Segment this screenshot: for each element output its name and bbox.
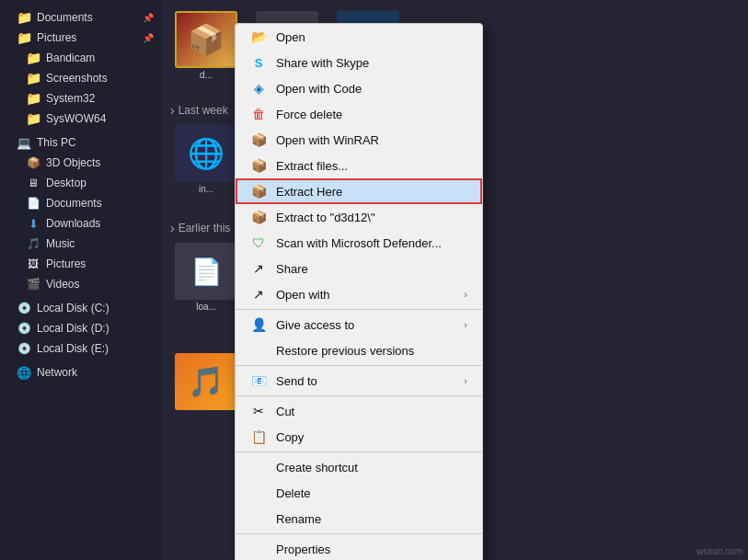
sidebar-item-label: Documents [37,11,93,24]
sidebar-item-videos[interactable]: 🎬 Videos [0,274,161,294]
sidebar-item-downloads[interactable]: ⬇ Downloads [0,213,161,234]
shortcut-icon: · [250,459,267,475]
sidebar-item-label: SysWOW64 [46,112,106,125]
ctx-send-to[interactable]: 📧 Send to › [236,368,482,394]
pictures-icon: 🖼 [26,257,40,271]
videos-icon: 🎬 [26,277,40,291]
ctx-delete[interactable]: · Delete [236,480,482,506]
sidebar-item-label: Screenshots [46,72,108,85]
sidebar-item-label: Local Disk (E:) [37,342,109,355]
sidebar-item-music[interactable]: 🎵 Music [0,234,161,254]
folder-icon: 📁 [26,91,40,106]
ctx-share[interactable]: ↗ Share [236,256,482,281]
ctx-give-access[interactable]: 👤 Give access to › [236,312,482,337]
ctx-label: Cut [276,405,467,418]
pin-icon: 📌 [143,13,154,23]
sidebar-item-desktop[interactable]: 🖥 Desktop [0,173,161,193]
ctx-share-skype[interactable]: S Share with Skype [236,50,482,75]
ctx-copy[interactable]: 📋 Copy [236,424,482,450]
ctx-scan-defender[interactable]: 🛡 Scan with Microsoft Defender... [236,230,482,256]
ctx-restore-versions[interactable]: · Restore previous versions [236,337,482,363]
pc-icon: 💻 [17,135,31,150]
sidebar-item-label: Music [46,237,75,250]
sidebar-item-3d-objects[interactable]: 📦 3D Objects [0,153,161,173]
skype-icon: S [250,54,267,71]
ctx-open-with[interactable]: ↗ Open with › [236,281,482,307]
sidebar-item-local-disk-c[interactable]: 💿 Local Disk (C:) [0,298,161,318]
sidebar-item-label: Bandicam [46,51,95,64]
ctx-extract-here[interactable]: 📦 Extract Here [236,178,482,204]
sidebar-item-local-disk-e[interactable]: 💿 Local Disk (E:) [0,338,161,359]
separator [236,395,482,396]
sidebar-item-label: 3D Objects [46,156,100,169]
separator [236,309,482,310]
ctx-label: Extract files... [276,159,467,173]
ctx-label: Force delete [276,108,467,121]
folder-icon: 📁 [26,111,40,126]
ctx-open-winrar[interactable]: 📦 Open with WinRAR [236,127,482,153]
sidebar-item-label: Downloads [46,217,100,230]
sendto-icon: 📧 [250,372,267,389]
forcedel-icon: 🗑 [250,106,267,122]
disk-icon: 💿 [17,321,31,336]
ctx-label: Properties [276,543,467,556]
network-icon: 🌐 [17,365,31,380]
desktop: 📁 Documents 📌 📁 Pictures 📌 📁 Bandicam 📁 … [0,0,748,560]
ctx-create-shortcut[interactable]: · Create shortcut [236,454,482,480]
doc-icon: 📄 [26,196,40,211]
sidebar-item-system32[interactable]: 📁 System32 [0,88,161,109]
sidebar-item-local-disk-d[interactable]: 💿 Local Disk (D:) [0,318,161,338]
ctx-extract-to[interactable]: 📦 Extract to "d3d12\" [236,204,482,230]
sidebar-item-bandicam[interactable]: 📁 Bandicam [0,48,161,68]
separator [236,365,482,366]
folder-icon: 📁 [26,51,40,65]
separator [236,533,482,534]
sidebar-item-label: Pictures [37,31,76,44]
folder-icon: 📁 [26,71,40,86]
ctx-label: Open with [276,288,455,302]
sidebar: 📁 Documents 📌 📁 Pictures 📌 📁 Bandicam 📁 … [0,0,161,560]
disk-icon: 💿 [17,301,31,315]
cut-icon: ✂ [250,403,267,419]
sidebar-item-network[interactable]: 🌐 Network [0,362,161,383]
folder-icon: 📁 [17,30,31,45]
ctx-properties[interactable]: · Properties [236,536,482,560]
submenu-arrow: › [464,375,467,386]
desktop-icon: 🖥 [26,176,40,190]
sidebar-item-screenshots[interactable]: 📁 Screenshots [0,68,161,88]
watermark: wsxun.com [696,546,742,556]
file-name: loa... [196,302,216,313]
props-icon: · [250,541,267,557]
file-item-winrar[interactable]: 📦 d... [168,7,244,96]
sidebar-item-documents2[interactable]: 📄 Documents [0,193,161,213]
sidebar-item-label: Local Disk (C:) [37,302,109,314]
rename-icon: · [250,510,267,527]
ctx-label: Delete [276,486,467,500]
ctx-open[interactable]: 📂 Open [236,24,482,50]
sidebar-item-syswow64[interactable]: 📁 SysWOW64 [0,109,161,129]
ctx-label: Share with Skype [276,56,467,70]
file-item-load[interactable]: 📄 loa... [168,239,244,338]
ctx-force-delete[interactable]: 🗑 Force delete [236,101,482,127]
sidebar-item-pictures2[interactable]: 🖼 Pictures [0,254,161,274]
ctx-cut[interactable]: ✂ Cut [236,398,482,424]
separator [236,451,482,452]
sidebar-item-this-pc[interactable]: 💻 This PC [0,132,161,153]
file-item-chrome2[interactable]: 🌐 in... [168,121,244,210]
ctx-label: Extract Here [276,185,467,199]
ctx-label: Scan with Microsoft Defender... [276,236,467,250]
openwith-icon: ↗ [250,286,267,303]
ctx-label: Open [276,30,467,44]
ctx-extract-files[interactable]: 📦 Extract files... [236,153,482,178]
delete-icon: · [250,485,267,501]
sidebar-item-documents[interactable]: 📁 Documents 📌 [0,7,161,28]
file-item-bottom1[interactable]: 🎵 [168,349,244,416]
shield-icon: 🛡 [250,234,267,251]
ctx-rename[interactable]: · Rename [236,506,482,531]
submenu-arrow: › [464,289,467,300]
ctx-open-code[interactable]: ◈ Open with Code [236,75,482,101]
sidebar-item-pictures[interactable]: 📁 Pictures 📌 [0,28,161,48]
sidebar-item-label: This PC [37,136,76,149]
vscode-icon: ◈ [250,80,267,97]
context-menu: 📂 Open S Share with Skype ◈ Open with Co… [235,23,483,560]
